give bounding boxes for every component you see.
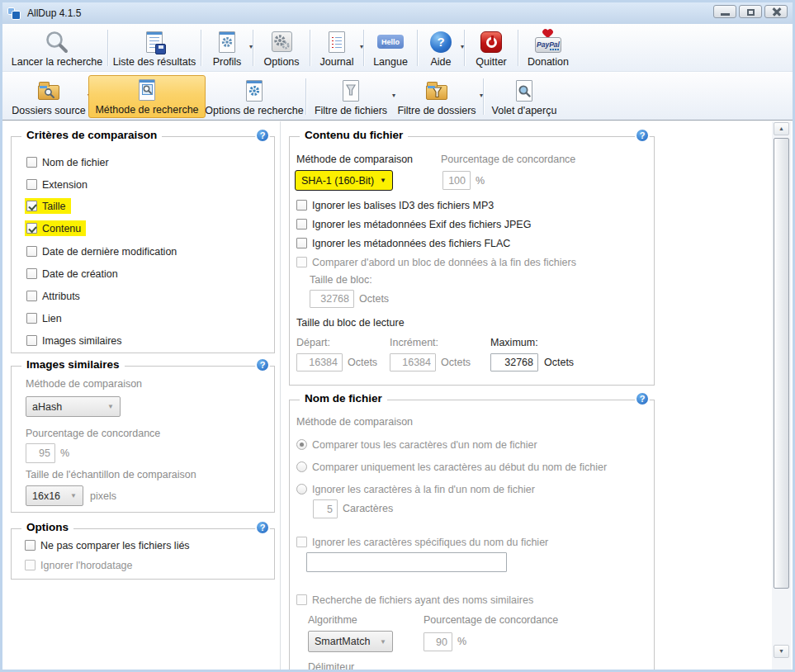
toolbar-button-language[interactable]: Hello Langue — [367, 26, 414, 69]
checkbox-ignorer-id3-mp3[interactable]: Ignorer les balises ID3 des fichiers MP3 — [296, 197, 494, 213]
match-percent-input[interactable] — [424, 632, 452, 651]
start-label: Départ: — [296, 337, 330, 348]
help-icon[interactable]: ? — [255, 357, 270, 372]
help-icon[interactable]: ? — [255, 128, 270, 143]
sample-size-select[interactable]: 16x16▼ — [26, 485, 83, 506]
checkbox-ne-pas-comparer-lies[interactable]: Ne pas comparer les fichiers liés — [25, 537, 190, 553]
toolbar-separator — [363, 30, 364, 66]
start-input[interactable] — [296, 353, 343, 371]
journal-list-icon — [329, 30, 345, 54]
page-gear-icon — [246, 78, 263, 103]
search-magnifier-icon — [45, 30, 69, 54]
toolbar-button-profiles[interactable]: Profils ▾ — [204, 26, 250, 69]
tab-volet-apercu[interactable]: Volet d'aperçu — [486, 75, 562, 118]
dropdown-arrow-icon[interactable]: ▾ — [461, 43, 464, 50]
octets-unit: Octets — [348, 357, 377, 368]
results-document-floppy-icon — [146, 30, 163, 54]
radio-comparer-tous-caracteres[interactable]: Comparer tous les caractères d'un nom de… — [296, 437, 537, 452]
scrollbar-thumb[interactable] — [774, 138, 789, 589]
checkbox-ignorer-caracteres-specifiques[interactable]: Ignorer les caractères spécifiques du no… — [296, 534, 548, 550]
radio-comparer-debut[interactable]: Comparer uniquement les caractères au dé… — [296, 459, 607, 475]
match-percent-input[interactable] — [442, 171, 471, 190]
toolbar-button-options[interactable]: Options — [256, 26, 307, 69]
checkbox-nom-de-fichier[interactable]: Nom de fichier — [26, 154, 109, 170]
dropdown-arrow-icon[interactable]: ▾ — [480, 92, 483, 99]
radio-ignorer-fin[interactable]: Ignorer les caractères à la fin d'un nom… — [296, 481, 535, 497]
document-gear-icon — [219, 30, 235, 54]
tab-filtre-de-dossiers[interactable]: Filtre de dossiers ▾ — [393, 75, 480, 118]
specific-chars-input[interactable] — [306, 552, 507, 572]
checkbox-lien[interactable]: Lien — [26, 310, 62, 326]
chars-count-input[interactable] — [313, 499, 338, 518]
ahash-method-select[interactable]: aHash▼ — [26, 396, 121, 417]
hash-method-select[interactable]: SHA-1 (160-Bit)▼ — [295, 170, 393, 191]
checkbox-date-modification[interactable]: Date de dernière modification — [26, 244, 177, 259]
groupbox-title: Critères de comparaison — [21, 129, 162, 141]
maximize-icon — [747, 9, 755, 16]
settings-content: Critères de comparaison ? Nom de fichier… — [2, 121, 793, 670]
checkbox-ignorer-exif-jpeg[interactable]: Ignorer les métadonnées Exif des fichier… — [296, 216, 531, 232]
groupbox-title: Images similaires — [21, 358, 125, 371]
paypal-heart-icon: PayPal — [535, 28, 561, 54]
percent-sign: % — [476, 175, 485, 187]
checkbox-date-creation[interactable]: Date de création — [26, 266, 118, 282]
maximize-button[interactable] — [739, 5, 762, 18]
increment-label: Incrément: — [390, 337, 438, 348]
checkbox-comparer-bloc-fin[interactable]: Comparer d'abord un bloc de données à la… — [296, 254, 576, 270]
checkbox-images-similaires[interactable]: Images similaires — [26, 333, 122, 348]
minimize-button[interactable] — [713, 5, 736, 18]
checkbox-ignorer-horodatage[interactable]: Ignorer l'horodatage — [25, 557, 133, 573]
checkbox-contenu[interactable]: Contenu — [25, 220, 86, 236]
checkbox-taille[interactable]: Taille — [25, 198, 71, 214]
tab-methode-de-recherche[interactable]: Méthode de recherche — [88, 75, 206, 118]
match-percent-input[interactable] — [26, 443, 55, 463]
page-funnel-icon — [343, 78, 359, 103]
block-size-label: Taille de bloc: — [310, 274, 372, 286]
algorithm-select[interactable]: SmartMatch▼ — [308, 631, 393, 652]
checkbox-recherche-noms-similaires[interactable]: Recherche de fichiers ayant des noms sim… — [296, 592, 533, 608]
titlebar: AllDup 4.1.5 — [2, 2, 793, 24]
combo-arrow-icon: ▼ — [107, 403, 114, 410]
scroll-down-button[interactable]: ▼ — [774, 645, 789, 658]
toolbar-button-donation[interactable]: PayPal Donation — [521, 26, 575, 69]
method-label: Méthode de comparaison — [296, 416, 413, 428]
method-label: Méthode de comparaison — [26, 378, 142, 390]
toolbar-separator — [518, 30, 518, 66]
match-percent-label: Pourcentage de concordance — [424, 614, 558, 626]
panel-splitter — [280, 121, 281, 670]
toolbar-button-help[interactable]: ? Aide ▾ — [420, 26, 461, 69]
toolbar-button-journal[interactable]: Journal ▾ — [313, 26, 361, 69]
groupbox-title: Contenu du fichier — [300, 129, 408, 141]
toolbar-separator — [201, 30, 201, 66]
match-percent-label: Pourcentage de concordance — [26, 428, 160, 439]
power-icon — [480, 30, 502, 54]
dropdown-arrow-icon[interactable]: ▾ — [249, 43, 253, 50]
app-icon — [7, 7, 21, 20]
close-button[interactable] — [764, 5, 788, 18]
help-icon[interactable]: ? — [255, 520, 270, 535]
nav-toolbar: Dossiers source ▾ Méthode de recherche O… — [2, 73, 793, 121]
maximum-input[interactable] — [490, 353, 538, 371]
checkbox-ignorer-flac[interactable]: Ignorer les métadonnées des fichiers FLA… — [296, 235, 510, 251]
block-size-input[interactable] — [310, 290, 354, 308]
checkbox-attributs[interactable]: Attributs — [26, 288, 80, 304]
tab-options-de-recherche[interactable]: Options de recherche — [206, 75, 303, 118]
groupbox-title: Nom de fichier — [300, 392, 387, 405]
tab-filtre-de-fichiers[interactable]: Filtre de fichiers ▾ — [309, 75, 393, 118]
increment-input[interactable] — [390, 353, 436, 371]
toolbar-button-quit[interactable]: Quitter — [467, 26, 515, 69]
dropdown-arrow-icon[interactable]: ▾ — [360, 43, 363, 50]
toolbar-button-start-search[interactable]: Lancer la recherche — [9, 26, 105, 69]
scroll-up-button[interactable]: ▲ — [774, 122, 789, 135]
toolbar-separator — [310, 30, 310, 66]
toolbar-button-results-list[interactable]: Liste des résultats — [111, 26, 198, 69]
groupbox-title: Options — [21, 521, 73, 533]
help-icon[interactable]: ? — [635, 391, 650, 406]
checkbox-extension[interactable]: Extension — [26, 177, 88, 192]
chars-unit-label: Caractères — [343, 503, 393, 514]
help-icon[interactable]: ? — [635, 128, 650, 143]
groupbox-nom-de-fichier: Nom de fichier ? Méthode de comparaison … — [289, 400, 655, 672]
vertical-scrollbar[interactable]: ▲ ▼ — [772, 121, 791, 670]
tab-dossiers-source[interactable]: Dossiers source ▾ — [9, 75, 88, 118]
algorithm-label: Algorithme — [308, 614, 357, 626]
